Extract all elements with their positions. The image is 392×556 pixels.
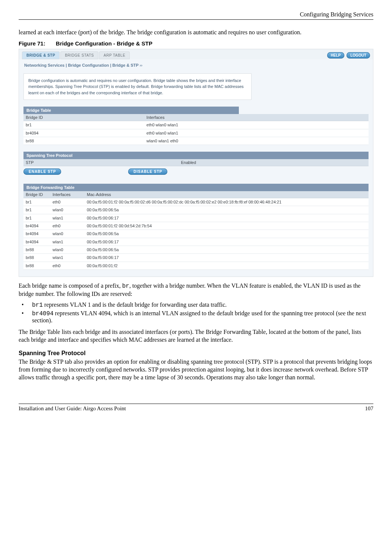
tab-bridge-stp[interactable]: BRIDGE & STP: [22, 51, 60, 59]
table-row: br1eth0 wlan0 wlan1: [23, 121, 369, 129]
stp-button-row: ENABLE STP DISABLE STP: [23, 166, 369, 177]
table-row: br1wlan100:0a:f5:00:06:17: [23, 214, 369, 222]
table-row: br1wlan000:0a:f5:00:06:5a: [23, 206, 369, 214]
table-row: br88wlan000:0a:f5:00:06:5a: [23, 246, 369, 253]
figure-number: Figure 71:: [19, 40, 45, 47]
col-interfaces: Interfaces: [144, 114, 369, 121]
col-bridge-id: Bridge ID: [23, 191, 50, 198]
stp-label: STP: [23, 159, 179, 166]
bridge-table-wrapper: Bridge ID Interfaces br1eth0 wlan0 wlan1…: [23, 114, 369, 145]
footer-rule: [19, 404, 373, 404]
page-number: 107: [365, 405, 374, 412]
para-bridge-table-desc: The Bridge Table lists each bridge and i…: [19, 328, 373, 344]
fwd-table-section: Bridge Forwarding Table Bridge ID Interf…: [23, 184, 369, 270]
table-row: br4094eth0 wlan0 wlan1: [23, 129, 369, 137]
figure-caption: Figure 71: Bridge Configuration - Bridge…: [19, 40, 373, 47]
description-box: Bridge configuration is automatic and re…: [23, 73, 252, 100]
subheading-stp: Spanning Tree Protocol: [19, 350, 373, 357]
bullet-br1: •br1 represents VLAN 1 and is the defaul…: [32, 301, 373, 309]
code-br1: br1: [32, 302, 43, 309]
enable-stp-button[interactable]: ENABLE STP: [23, 168, 61, 175]
code-br: br: [122, 283, 129, 290]
page-footer: Installation and User Guide: Airgo Acces…: [19, 404, 373, 412]
table-row: br4094eth000:0a:f5:00:01:f2 00:0d:54:2d:…: [23, 222, 369, 230]
para-bridge-name: Each bridge name is composed of a prefix…: [19, 282, 373, 298]
breadcrumb: Networking Services | Bridge Configurati…: [19, 59, 373, 71]
bridge-table-title: Bridge Table: [23, 107, 239, 114]
table-row: br88eth000:0a:f5:00:01:f2: [23, 262, 369, 269]
tab-bridge-stats[interactable]: BRIDGE STATS: [60, 51, 98, 59]
code-br4094: br4094: [32, 310, 54, 317]
bullet-icon: •: [27, 301, 32, 308]
table-row: br4094wlan100:0a:f5:00:06:17: [23, 238, 369, 246]
figure-title: Bridge Configuration - Bridge & STP: [56, 40, 152, 47]
col-mac: Mac-Address: [85, 191, 369, 198]
tab-arp-table[interactable]: ARP TABLE: [99, 51, 130, 59]
bullet-br4094: •br4094 represents VLAN 4094, which is a…: [32, 310, 373, 324]
col-bridge-id: Bridge ID: [23, 114, 144, 121]
table-row: br88wlan0 wlan1 eth0: [23, 137, 369, 145]
tab-bar: BRIDGE & STP BRIDGE STATS ARP TABLE HELP…: [19, 49, 373, 59]
stp-title: Spanning Tree Protocol: [23, 152, 369, 159]
para-stp-desc: The Bridge & STP tab also provides an op…: [19, 358, 373, 381]
table-row: STP Enabled: [23, 159, 369, 166]
bridge-table: Bridge ID Interfaces br1eth0 wlan0 wlan1…: [23, 114, 369, 145]
table-row: br88wlan100:0a:f5:00:06:17: [23, 254, 369, 262]
bullet-icon: •: [27, 310, 32, 317]
table-row: br1eth000:0a:f5:00:01:f2 00:0a:f5:00:02:…: [23, 198, 369, 206]
footer-left: Installation and User Guide: Airgo Acces…: [19, 405, 126, 412]
disable-stp-button[interactable]: DISABLE STP: [128, 168, 167, 175]
table-row: br4094wlan000:0a:f5:00:06:5a: [23, 230, 369, 238]
logout-button[interactable]: LOGOUT: [347, 52, 370, 59]
stp-value: Enabled: [179, 159, 369, 166]
chapter-title: Configuring Bridging Services: [19, 11, 373, 18]
stp-table: STP Enabled: [23, 159, 369, 166]
table-header-row: Bridge ID Interfaces Mac-Address: [23, 191, 369, 198]
header-rule: [19, 19, 373, 20]
stp-section: Spanning Tree Protocol STP Enabled ENABL…: [23, 152, 369, 177]
fwd-table: Bridge ID Interfaces Mac-Address br1eth0…: [23, 191, 369, 270]
para-intro: learned at each interface (port) of the …: [19, 29, 373, 37]
help-button[interactable]: HELP: [327, 52, 345, 59]
fwd-table-title: Bridge Forwarding Table: [23, 184, 369, 191]
screenshot-panel: BRIDGE & STP BRIDGE STATS ARP TABLE HELP…: [19, 49, 373, 277]
col-interfaces: Interfaces: [50, 191, 85, 198]
bridge-table-section: Bridge Table: [23, 107, 239, 114]
table-header-row: Bridge ID Interfaces: [23, 114, 369, 121]
